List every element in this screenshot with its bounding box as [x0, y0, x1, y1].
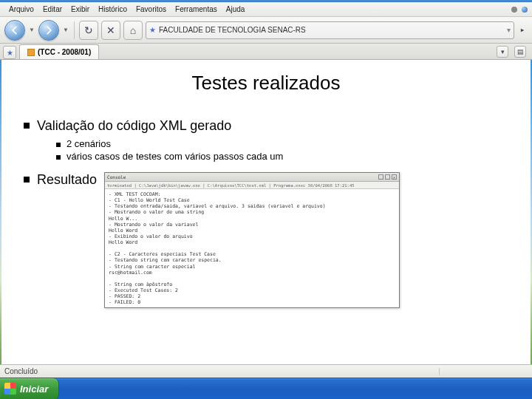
home-icon: ⌂	[130, 24, 136, 36]
tab-strip: ★ (TCC - 2008/01) ▾ ▤	[0, 44, 532, 60]
console-toolbar: terminated | C:\Java\jdk\bin\javaw.exe |…	[105, 182, 399, 189]
windows-logo-icon	[4, 383, 16, 395]
page-favicon-icon	[27, 49, 35, 56]
arrow-right-icon	[44, 25, 54, 35]
address-bar[interactable]: ★ FACULDADE DE TECNOLOGIA SENAC-RS ▾	[146, 21, 514, 39]
browser-menubar: Arquivo Editar Exibir Histórico Favorito…	[0, 2, 532, 17]
forward-dropdown[interactable]: ▼	[62, 21, 69, 39]
new-tab-button[interactable]: ▾	[497, 46, 508, 58]
arrow-left-icon	[10, 25, 20, 35]
back-dropdown[interactable]: ▼	[28, 21, 35, 39]
console-titlebar: Console ×	[105, 173, 399, 182]
menu-ajuda[interactable]: Ajuda	[222, 4, 250, 15]
extension-icon[interactable]	[511, 7, 517, 13]
tab-active[interactable]: (TCC - 2008/01)	[19, 44, 99, 59]
bullet-2: Resultado	[24, 172, 97, 188]
sub-bullet-2-text: vários casos de testes com vários passos…	[66, 151, 283, 162]
address-text: FACULDADE DE TECNOLOGIA SENAC-RS	[159, 26, 306, 34]
bookmarks-sidebar-button[interactable]: ★	[3, 46, 16, 59]
activity-icon[interactable]	[522, 7, 528, 13]
address-dropdown-icon[interactable]: ▾	[507, 26, 511, 34]
small-square-bullet-icon	[56, 155, 61, 160]
console-min-icon	[378, 174, 383, 180]
tab-label: (TCC - 2008/01)	[38, 48, 91, 56]
plus-icon: ▾	[501, 48, 505, 55]
small-square-bullet-icon	[56, 143, 61, 147]
star-icon: ★	[7, 49, 13, 57]
list-icon: ▤	[517, 48, 524, 55]
console-max-icon	[385, 174, 390, 180]
forward-button[interactable]	[38, 20, 59, 41]
sub-bullet-list: 2 cenários vários casos de testes com vá…	[56, 138, 508, 162]
menu-favoritos[interactable]: Favoritos	[132, 4, 171, 15]
stop-button[interactable]: ✕	[101, 21, 120, 40]
bullet-1-text: Validação do código XML gerado	[37, 118, 231, 134]
presentation-slide: Testes realizados Validação do código XM…	[1, 60, 531, 364]
bullet-2-text: Resultado	[37, 172, 97, 188]
home-button[interactable]: ⌂	[123, 21, 143, 40]
browser-statusbar: Concluído	[0, 364, 532, 378]
menu-ferramentas[interactable]: Ferramentas	[171, 4, 222, 15]
browser-toolbar: ▼ ▼ ↻ ✕ ⌂ ★ FACULDADE DE TECNOLOGIA SENA…	[0, 17, 532, 44]
console-title-text: Console	[107, 174, 126, 180]
reload-icon: ↻	[84, 24, 93, 36]
start-label: Iniciar	[20, 383, 48, 395]
sub-bullet-1: 2 cenários	[56, 138, 508, 149]
menu-editar[interactable]: Editar	[38, 4, 66, 15]
reload-button[interactable]: ↻	[79, 21, 98, 40]
tab-list-button[interactable]: ▤	[514, 46, 526, 58]
stop-icon: ✕	[106, 24, 115, 36]
console-close-icon: ×	[392, 174, 397, 180]
go-button[interactable]: ▸	[517, 21, 528, 39]
console-screenshot: Console × terminated | C:\Java\jdk\bin\j…	[104, 172, 400, 308]
sub-bullet-2: vários casos de testes com vários passos…	[56, 151, 508, 162]
windows-taskbar: Iniciar	[0, 378, 532, 399]
menu-arquivo[interactable]: Arquivo	[4, 4, 38, 15]
sub-bullet-1-text: 2 cenários	[66, 138, 111, 149]
square-bullet-icon	[24, 123, 30, 129]
status-right-section	[439, 368, 528, 375]
back-button[interactable]	[4, 20, 25, 41]
status-text: Concluído	[4, 367, 38, 375]
square-bullet-icon	[24, 177, 30, 183]
bookmark-star-icon[interactable]: ★	[149, 26, 156, 34]
page-content: Testes realizados Validação do código XM…	[1, 60, 531, 364]
console-output: - XML TEST COCOAM: - C1 - Hello World Te…	[105, 189, 399, 307]
slide-title: Testes realizados	[24, 72, 508, 95]
menu-exibir[interactable]: Exibir	[66, 4, 94, 15]
toolbar-separator	[74, 21, 75, 39]
menu-historico[interactable]: Histórico	[94, 4, 132, 15]
bullet-1: Validação do código XML gerado	[24, 118, 508, 134]
start-button[interactable]: Iniciar	[0, 378, 59, 400]
